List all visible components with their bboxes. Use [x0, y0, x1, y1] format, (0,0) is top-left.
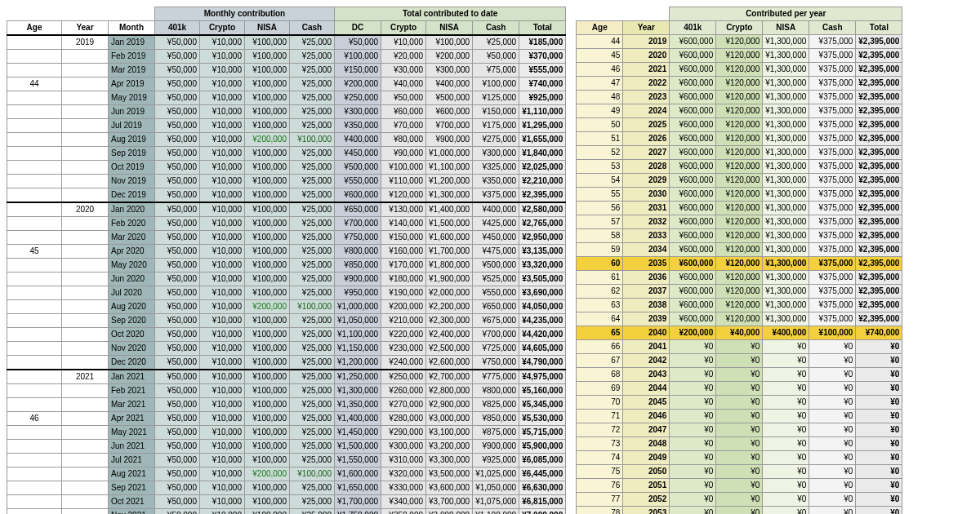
lh-nisa: NISA: [245, 21, 290, 36]
left-row: Feb 2019¥50,000¥10,000¥100,000¥25,000¥10…: [7, 50, 566, 64]
right-row: 672042¥0¥0¥0¥0¥0: [577, 354, 902, 368]
r-age: 54: [577, 174, 623, 188]
c-nisa: ¥200,000: [245, 300, 290, 314]
cum-crypto: ¥320,000: [381, 467, 426, 481]
r-crypto: ¥120,000: [716, 215, 763, 229]
r-total: ¥2,395,000: [856, 299, 902, 312]
r-year: 2020: [623, 49, 670, 63]
cum-dc: ¥1,750,000: [335, 509, 381, 515]
r-401k: ¥600,000: [670, 63, 716, 77]
cum-total: ¥740,000: [519, 78, 566, 91]
cum-cash: ¥325,000: [473, 161, 519, 175]
c-401k: ¥50,000: [155, 426, 200, 440]
cum-crypto: ¥110,000: [381, 175, 426, 188]
right-row: 542029¥600,000¥120,000¥1,300,000¥375,000…: [577, 174, 902, 188]
r-401k: ¥0: [670, 396, 716, 410]
r-401k: ¥600,000: [670, 271, 716, 285]
r-cash: ¥0: [809, 368, 856, 382]
cum-total: ¥1,295,000: [519, 119, 566, 133]
cum-nisa: ¥1,900,000: [426, 273, 473, 286]
cum-crypto: ¥250,000: [381, 370, 426, 384]
cum-total: ¥5,900,000: [519, 440, 566, 454]
cum-dc: ¥850,000: [335, 259, 381, 273]
cum-cash: ¥775,000: [473, 370, 519, 384]
right-row: 492024¥600,000¥120,000¥1,300,000¥375,000…: [577, 104, 902, 118]
year-cell: [62, 119, 109, 133]
right-row: 502025¥600,000¥120,000¥1,300,000¥375,000…: [577, 118, 902, 132]
r-crypto: ¥120,000: [716, 35, 763, 49]
year-cell: [62, 300, 109, 314]
c-crypto: ¥10,000: [200, 454, 245, 467]
r-401k: ¥600,000: [670, 202, 716, 215]
c-nisa: ¥100,000: [245, 147, 290, 161]
r-age: 73: [577, 437, 623, 451]
cum-dc: ¥600,000: [335, 188, 381, 203]
r-crypto: ¥0: [716, 354, 763, 368]
r-age: 77: [577, 493, 623, 507]
right-row: 562031¥600,000¥120,000¥1,300,000¥375,000…: [577, 202, 902, 215]
r-total: ¥2,395,000: [856, 91, 902, 104]
cum-total: ¥5,530,000: [519, 412, 566, 426]
cum-cash: ¥525,000: [473, 273, 519, 286]
cum-nisa: ¥1,800,000: [426, 259, 473, 273]
r-nisa: ¥1,300,000: [763, 271, 809, 285]
c-401k: ¥50,000: [155, 119, 200, 133]
r-crypto: ¥120,000: [716, 202, 763, 215]
cum-total: ¥185,000: [519, 35, 566, 50]
c-cash: ¥25,000: [290, 217, 335, 231]
r-nisa: ¥1,300,000: [763, 299, 809, 312]
month-cell: Apr 2020: [109, 245, 155, 259]
left-row: May 2021¥50,000¥10,000¥100,000¥25,000¥1,…: [7, 426, 566, 440]
cum-nisa: ¥1,500,000: [426, 217, 473, 231]
c-401k: ¥50,000: [155, 300, 200, 314]
r-total: ¥2,395,000: [856, 49, 902, 63]
month-cell: Dec 2019: [109, 188, 155, 203]
sup-contrib-per-year: Contributed per year: [670, 7, 902, 21]
r-crypto: ¥0: [716, 493, 763, 507]
cum-total: ¥1,110,000: [519, 105, 566, 119]
month-cell: Apr 2021: [109, 412, 155, 426]
cum-total: ¥1,655,000: [519, 133, 566, 147]
right-row: 572032¥600,000¥120,000¥1,300,000¥375,000…: [577, 215, 902, 229]
r-age: 70: [577, 396, 623, 410]
r-401k: ¥600,000: [670, 299, 716, 312]
lh-cash: Cash: [290, 21, 335, 36]
c-401k: ¥50,000: [155, 328, 200, 342]
c-401k: ¥50,000: [155, 64, 200, 78]
r-age: 48: [577, 91, 623, 104]
cum-cash: ¥25,000: [473, 35, 519, 50]
r-total: ¥2,395,000: [856, 35, 902, 49]
right-row: 742049¥0¥0¥0¥0¥0: [577, 451, 902, 465]
month-cell: Dec 2020: [109, 356, 155, 370]
month-cell: Jun 2020: [109, 273, 155, 286]
month-cell: Nov 2021: [109, 509, 155, 515]
c-nisa: ¥100,000: [245, 426, 290, 440]
cum-total: ¥370,000: [519, 50, 566, 64]
cum-dc: ¥250,000: [335, 91, 381, 105]
r-age: 47: [577, 77, 623, 91]
r-year: 2039: [623, 312, 670, 326]
left-row: Aug 2020¥50,000¥10,000¥200,000¥100,000¥1…: [7, 300, 566, 314]
r-crypto: ¥0: [716, 479, 763, 493]
r-year: 2050: [623, 465, 670, 479]
r-crypto: ¥120,000: [716, 174, 763, 188]
r-total: ¥2,395,000: [856, 243, 902, 257]
left-table: Monthly contributionTotal contributed to…: [7, 7, 566, 514]
r-nisa: ¥1,300,000: [763, 63, 809, 77]
cum-dc: ¥1,650,000: [335, 481, 381, 495]
cum-dc: ¥1,350,000: [335, 398, 381, 412]
r-year: 2038: [623, 299, 670, 312]
cum-total: ¥4,605,000: [519, 342, 566, 356]
year-cell: [62, 147, 109, 161]
c-crypto: ¥10,000: [200, 91, 245, 105]
cum-total: ¥2,580,000: [519, 202, 566, 217]
left-row: Jul 2020¥50,000¥10,000¥100,000¥25,000¥95…: [7, 286, 566, 300]
left-row: Aug 2019¥50,000¥10,000¥200,000¥100,000¥4…: [7, 133, 566, 147]
c-nisa: ¥100,000: [245, 342, 290, 356]
r-nisa: ¥0: [763, 479, 809, 493]
r-cash: ¥375,000: [809, 104, 856, 118]
c-401k: ¥50,000: [155, 384, 200, 398]
c-401k: ¥50,000: [155, 509, 200, 515]
cum-cash: ¥75,000: [473, 64, 519, 78]
month-cell: Sep 2021: [109, 481, 155, 495]
